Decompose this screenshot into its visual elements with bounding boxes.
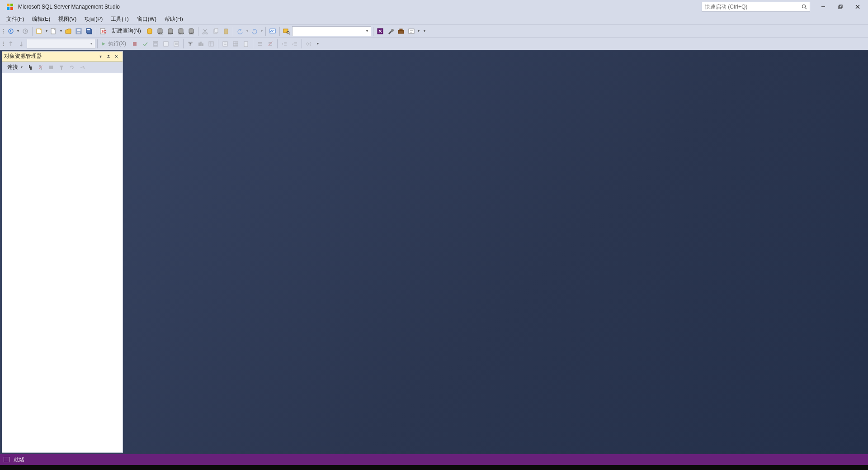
activity-monitor-button[interactable] (268, 26, 278, 36)
main-workspace: 对象资源管理器 ▾ 连接 ▾ (0, 50, 868, 454)
save-all-button[interactable] (84, 26, 94, 36)
nav-back-dropdown[interactable]: ▾ (16, 29, 20, 33)
menu-window[interactable]: 窗口(W) (133, 14, 160, 24)
toolbar-grip[interactable] (2, 39, 5, 49)
redo-dropdown: ▾ (260, 29, 264, 33)
panel-pin-button[interactable] (104, 52, 113, 61)
maximize-button[interactable] (832, 0, 849, 13)
query-options-button (161, 39, 171, 49)
svg-text:DMX: DMX (168, 32, 174, 35)
menu-view[interactable]: 视图(V) (55, 14, 80, 24)
copy-button (211, 26, 221, 36)
svg-rect-3 (10, 7, 13, 10)
include-client-stats-button (206, 39, 216, 49)
minimize-button[interactable] (815, 0, 832, 13)
toolbar2-overflow[interactable]: ▾ (316, 42, 320, 46)
menu-file[interactable]: 文件(F) (3, 14, 28, 24)
svg-text:SQL: SQL (101, 29, 107, 33)
toolbar-grip[interactable] (2, 26, 5, 36)
nav-back-button[interactable] (6, 26, 16, 36)
svg-rect-17 (77, 29, 80, 31)
find-button[interactable] (282, 26, 292, 36)
new-query-button[interactable]: 新建查询(N) (108, 26, 144, 36)
undo-button (235, 26, 245, 36)
new-project-dropdown[interactable]: ▾ (45, 29, 48, 33)
dax-query-button[interactable]: DAX (186, 26, 196, 36)
title-bar: Microsoft SQL Server Management Studio (0, 0, 868, 14)
svg-rect-7 (839, 6, 841, 9)
svg-rect-68 (30, 66, 32, 70)
svg-rect-59 (209, 42, 213, 46)
redo-button (250, 26, 259, 36)
menu-tools[interactable]: 工具(T) (107, 14, 132, 24)
svg-text:XMLA: XMLA (178, 32, 184, 35)
decrease-indent-button (279, 39, 289, 49)
dmx-query-button[interactable]: DMX (165, 26, 175, 36)
svg-rect-67 (29, 65, 30, 68)
results-to-file-button (241, 39, 251, 49)
svg-line-5 (805, 8, 807, 9)
registered-servers-button[interactable] (375, 26, 385, 36)
disconnect-button (36, 62, 46, 72)
status-bar: 就绪 (0, 454, 868, 465)
toolbox-button[interactable] (396, 26, 406, 36)
svg-rect-56 (198, 43, 200, 46)
close-button[interactable] (849, 0, 866, 13)
menu-help[interactable]: 帮助(H) (161, 14, 187, 24)
new-query-icon[interactable]: SQL (98, 26, 108, 36)
toolbar-overflow[interactable]: ▾ (423, 29, 426, 33)
database-combo: ▾ (27, 39, 95, 49)
database-engine-query-button[interactable] (145, 26, 155, 36)
connect-object-explorer-button[interactable] (25, 62, 35, 72)
svg-rect-21 (87, 29, 90, 30)
connect-button[interactable]: 连接 ▾ (4, 62, 25, 72)
mdx-query-button[interactable]: MDX (155, 26, 165, 36)
object-explorer-header: 对象资源管理器 ▾ (2, 52, 123, 62)
svg-point-44 (391, 29, 394, 32)
svg-rect-62 (244, 42, 248, 47)
svg-rect-52 (175, 43, 178, 45)
comment-button (255, 39, 265, 49)
start-page-button[interactable] (406, 26, 416, 36)
svg-rect-40 (283, 29, 288, 33)
new-query-label: 新建查询(N) (110, 27, 143, 35)
panel-close-button[interactable] (113, 52, 121, 61)
xmla-query-button[interactable]: XMLA (176, 26, 186, 36)
svg-rect-73 (4, 457, 10, 462)
search-combo[interactable]: ▾ (292, 26, 371, 36)
svg-rect-1 (10, 4, 13, 6)
svg-rect-69 (39, 65, 41, 67)
svg-rect-2 (7, 7, 9, 10)
quick-launch-box[interactable] (702, 2, 810, 12)
menu-edit[interactable]: 编辑(E) (28, 14, 54, 24)
nav-forward-button (20, 26, 30, 36)
menu-project[interactable]: 项目(P) (81, 14, 106, 24)
svg-rect-36 (215, 28, 218, 33)
app-icon (5, 2, 14, 11)
open-file-button[interactable] (63, 26, 73, 36)
connect-label: 连接 (5, 63, 20, 71)
svg-rect-46 (400, 29, 402, 30)
properties-button[interactable] (386, 26, 396, 36)
panel-dropdown-button[interactable]: ▾ (96, 52, 104, 61)
new-file-button[interactable] (49, 26, 59, 36)
results-to-grid-button (231, 39, 241, 49)
status-icon (4, 457, 10, 462)
object-explorer-tree[interactable] (2, 73, 123, 452)
svg-text:MDX: MDX (158, 32, 163, 35)
svg-point-64 (308, 43, 310, 44)
quick-launch-input[interactable] (705, 4, 795, 10)
parse-button (140, 39, 150, 49)
sql-editor-toolbar: ▾ 执行(X) (0, 37, 868, 50)
menu-bar: 文件(F) 编辑(E) 视图(V) 项目(P) 工具(T) 窗口(W) 帮助(H… (0, 14, 868, 24)
include-actual-plan-button (185, 39, 195, 49)
stop-button (46, 62, 56, 72)
svg-rect-8 (840, 5, 842, 8)
svg-rect-58 (202, 43, 203, 46)
new-file-dropdown[interactable]: ▾ (59, 29, 63, 33)
standard-toolbar: ▾ ▾ ▾ SQL 新建查询(N) MDX DMX XMLA DAX (0, 24, 868, 37)
search-icon (802, 4, 807, 9)
svg-rect-15 (54, 28, 56, 30)
start-page-dropdown[interactable]: ▾ (417, 29, 420, 33)
new-project-button[interactable] (34, 26, 44, 36)
